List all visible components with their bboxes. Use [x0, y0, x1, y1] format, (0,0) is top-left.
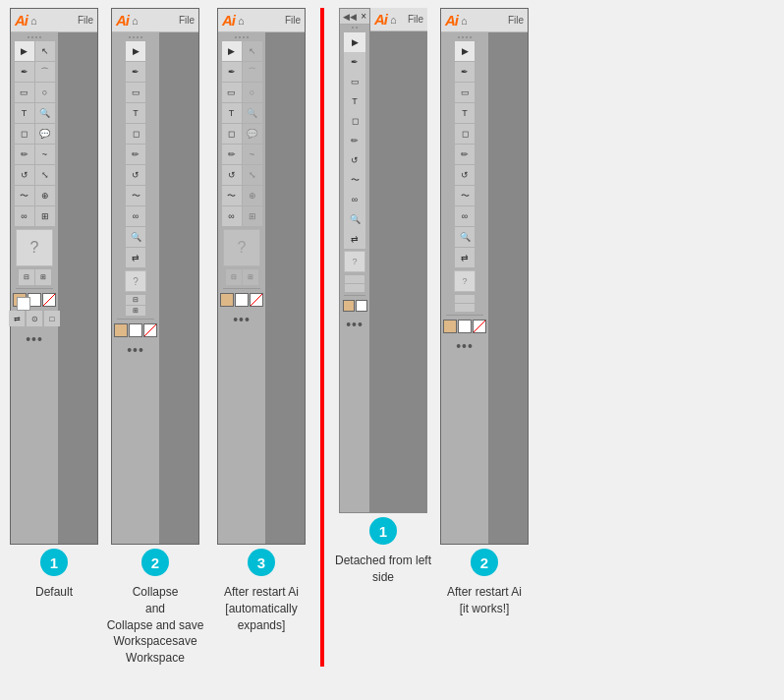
lasso-tool-1[interactable]: 🔍 — [35, 103, 55, 123]
no-color-3[interactable] — [250, 293, 263, 307]
rect-tool-2[interactable]: ▭ — [126, 83, 145, 102]
rect-5[interactable]: ▭ — [455, 83, 475, 102]
no-color-1[interactable] — [42, 293, 56, 307]
pencil-3[interactable]: ✏ — [222, 145, 242, 164]
art-4[interactable] — [345, 275, 364, 283]
sl-5[interactable] — [455, 304, 475, 312]
sw-5[interactable]: ⇄ — [455, 248, 475, 267]
strk-5[interactable] — [458, 320, 472, 333]
ellipse-tool-3[interactable]: ○ — [243, 83, 262, 102]
ellipse-tool-1[interactable]: ○ — [35, 83, 55, 102]
artboard-3[interactable]: ⊟ — [226, 269, 242, 285]
pen-4[interactable]: ✒ — [344, 52, 365, 72]
blend-3[interactable]: ∞ — [222, 206, 242, 226]
pen-5[interactable]: ✒ — [455, 62, 475, 82]
erase-4[interactable]: ◻ — [344, 111, 365, 131]
more-tools-3[interactable]: ••• — [233, 312, 251, 327]
pen-tool-2[interactable]: ✒ — [126, 62, 145, 82]
more-4[interactable]: ••• — [346, 317, 364, 332]
pen2-5[interactable]: ✏ — [455, 145, 475, 164]
swap-4[interactable]: ⇄ — [344, 229, 365, 249]
swap-colors-1[interactable]: ⇄ — [9, 311, 25, 326]
strk-4[interactable] — [356, 300, 367, 312]
file-4[interactable]: File — [408, 14, 423, 25]
smooth-3[interactable]: ~ — [243, 145, 262, 164]
file-menu-2[interactable]: File — [179, 15, 195, 26]
blob-brush-1[interactable]: 💬 — [35, 124, 55, 144]
zoom-4[interactable]: 🔍 — [344, 209, 365, 229]
selection-tool-3[interactable]: ▶ — [222, 41, 242, 61]
sl-4[interactable] — [345, 284, 364, 292]
mesh-tool-1[interactable]: ⊞ — [35, 206, 55, 226]
slice-tool-1[interactable]: ⊞ — [35, 269, 51, 285]
sel-5[interactable]: ▶ — [455, 41, 475, 61]
fill-3[interactable] — [220, 293, 234, 307]
type-tool-2[interactable]: T — [126, 103, 145, 123]
rotate-tool-2[interactable]: ↺ — [126, 165, 145, 185]
sel-4[interactable]: ▶ — [344, 32, 365, 52]
nc-5[interactable] — [473, 320, 486, 333]
file-menu-3[interactable]: File — [285, 15, 301, 26]
selection-tool-2[interactable]: ▶ — [126, 41, 145, 61]
warp-tool-2[interactable]: 〜 — [126, 186, 145, 205]
blob-3[interactable]: 💬 — [243, 124, 262, 144]
fill-5[interactable] — [443, 320, 457, 333]
eraser-tool-1[interactable]: ◻ — [15, 124, 34, 144]
home-icon-5[interactable]: ⌂ — [461, 15, 468, 27]
fill-color-2[interactable] — [114, 323, 128, 337]
type-tool-3[interactable]: T — [222, 103, 242, 123]
direct-sel-3[interactable]: ↖ — [243, 41, 262, 61]
selection-tool-1[interactable]: ▶ — [15, 41, 34, 61]
curve-tool-3[interactable]: ⌒ — [243, 62, 262, 82]
art-5[interactable] — [455, 295, 475, 303]
pencil-tool-2[interactable]: ✏ — [126, 145, 145, 164]
blend-5[interactable]: ∞ — [455, 206, 475, 226]
home-icon-1[interactable]: ⌂ — [30, 15, 37, 27]
home-icon-4[interactable]: ⌂ — [390, 14, 397, 26]
rotate-tool-1[interactable]: ↺ — [15, 165, 34, 185]
zoom-tool-2[interactable]: 🔍 — [126, 227, 145, 247]
pencil-4[interactable]: ✏ — [344, 131, 365, 150]
eraser-tool-2[interactable]: ◻ — [126, 124, 145, 144]
type-5[interactable]: T — [455, 103, 475, 123]
pencil-tool-1[interactable]: ✏ — [15, 145, 34, 164]
type-4[interactable]: T — [344, 91, 365, 111]
mesh-3[interactable]: ⊞ — [243, 206, 262, 226]
blend-tool-2[interactable]: ∞ — [126, 206, 145, 226]
pen-tool-3[interactable]: ✒ — [222, 62, 242, 82]
rect-tool-1[interactable]: ▭ — [15, 83, 34, 102]
more-5[interactable]: ••• — [456, 338, 474, 354]
scale-3[interactable]: ⤡ — [243, 165, 262, 185]
pen-tool-1[interactable]: ✒ — [15, 62, 34, 82]
fill-4[interactable] — [343, 300, 355, 312]
gradient-1[interactable]: □ — [44, 311, 60, 326]
artboard-tool-1[interactable]: ⊟ — [19, 269, 34, 285]
warp-tool-1[interactable]: 〜 — [15, 186, 34, 205]
swap-2[interactable]: ⇄ — [126, 248, 145, 267]
rect-tool-3[interactable]: ▭ — [222, 83, 242, 102]
stroke-color-2[interactable] — [129, 323, 142, 337]
scale-tool-1[interactable]: ⤡ — [35, 165, 55, 185]
file-menu-1[interactable]: File — [78, 15, 93, 26]
close-btn-4[interactable]: × — [361, 11, 366, 22]
lasso-3[interactable]: 🔍 — [243, 103, 262, 123]
rotate-4[interactable]: ↺ — [344, 150, 365, 170]
curvature-tool-1[interactable]: ⌒ — [35, 62, 55, 82]
type-tool-1[interactable]: T — [15, 103, 34, 123]
warp-3[interactable]: 〜 — [222, 186, 242, 205]
warp-4[interactable]: 〜 — [344, 170, 365, 190]
artboard-2[interactable]: ⊟ — [126, 295, 145, 305]
rotate-3[interactable]: ↺ — [222, 165, 242, 185]
stroke-3[interactable] — [235, 293, 249, 307]
no-color-2[interactable] — [143, 323, 157, 337]
home-icon-3[interactable]: ⌂ — [238, 15, 245, 27]
warp-5[interactable]: 〜 — [455, 186, 475, 205]
default-colors-1[interactable]: ⊙ — [27, 311, 42, 326]
slice-3[interactable]: ⊞ — [243, 269, 258, 285]
home-icon-2[interactable]: ⌂ — [132, 15, 139, 27]
rect-4[interactable]: ▭ — [344, 72, 365, 91]
er-5[interactable]: ◻ — [455, 124, 475, 144]
more-tools-1[interactable]: ••• — [26, 331, 43, 347]
blend-tool-1[interactable]: ∞ — [15, 206, 34, 226]
direct-selection-tool-1[interactable]: ↖ — [35, 41, 55, 61]
